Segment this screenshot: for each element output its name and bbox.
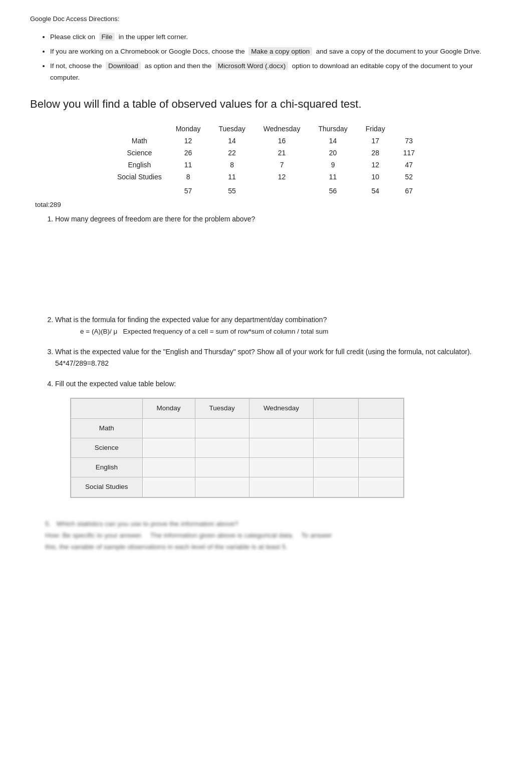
cell-science-rowtotal: 117 <box>394 147 424 159</box>
exp-ss-mon <box>142 477 195 497</box>
q5-line1: 5. Which statistics can you use to prove… <box>45 518 336 530</box>
cell-math-monday: 12 <box>167 135 210 147</box>
observed-table: Monday Tuesday Wednesday Thursday Friday… <box>108 123 424 197</box>
cell-math-wednesday: 16 <box>254 135 310 147</box>
table-row-math: Math 12 14 16 14 17 73 <box>108 135 424 147</box>
cell-english-rowtotal: 47 <box>394 159 424 171</box>
exp-col-friday <box>358 399 403 418</box>
question-5-blurred: 5. Which statistics can you use to prove… <box>45 518 336 553</box>
exp-col-tuesday: Tuesday <box>195 399 249 418</box>
intro-heading: Below you will find a table of observed … <box>30 98 502 111</box>
cell-ss-friday: 10 <box>357 171 394 183</box>
question-1: How many degrees of freedom are there fo… <box>55 213 502 305</box>
exp-sci-wed <box>249 438 313 457</box>
exp-col-blank <box>71 399 143 418</box>
question-2: What is the formula for finding the expe… <box>55 314 502 337</box>
direction-item-2: If you are working on a Chromebook or Go… <box>50 46 502 58</box>
exp-col-wednesday: Wednesday <box>249 399 313 418</box>
row-label-english: English <box>108 159 167 171</box>
exp-eng-wed <box>249 458 313 477</box>
totals-tuesday: 55 <box>210 183 254 197</box>
table-totals-row: 57 55 56 54 67 <box>108 183 424 197</box>
row-label-social-studies: Social Studies <box>108 171 167 183</box>
totals-thursday: 56 <box>309 183 356 197</box>
cell-ss-monday: 8 <box>167 171 210 183</box>
exp-math-fri <box>358 418 403 438</box>
option-to-text: option to <box>292 62 318 70</box>
exp-sci-mon <box>142 438 195 457</box>
totals-friday-col1: 54 <box>357 183 394 197</box>
make-copy-highlight: Make a copy option <box>248 47 312 56</box>
question-1-text: How many degrees of freedom are there fo… <box>55 215 255 223</box>
exp-row-science: Science <box>71 438 404 457</box>
expected-header-row: Monday Tuesday Wednesday <box>71 399 404 418</box>
totals-monday: 57 <box>167 183 210 197</box>
exp-sci-tue <box>195 438 249 457</box>
page-title: Google Doc Access Directions: <box>30 15 502 23</box>
totals-blank <box>108 183 167 197</box>
col-header-blank <box>108 123 167 135</box>
exp-sci-fri <box>358 438 403 457</box>
observed-table-header-row: Monday Tuesday Wednesday Thursday Friday <box>108 123 424 135</box>
exp-eng-tue <box>195 458 249 477</box>
question-2-answer: e = (A)(B)/ μ Expected frequency of a ce… <box>80 328 328 335</box>
exp-math-thu <box>313 418 358 438</box>
word-highlight: Microsoft Word (.docx) <box>215 62 289 70</box>
grand-total: total:289 <box>30 201 502 208</box>
totals-wednesday <box>254 183 310 197</box>
cell-math-friday: 17 <box>357 135 394 147</box>
exp-ss-tue <box>195 477 249 497</box>
col-header-wednesday: Wednesday <box>254 123 310 135</box>
cell-ss-rowtotal: 52 <box>394 171 424 183</box>
exp-eng-thu <box>313 458 358 477</box>
exp-row-social-studies: Social Studies <box>71 477 404 497</box>
question-3-text: What is the expected value for the "Engl… <box>55 348 473 367</box>
col-header-total <box>394 123 424 135</box>
q5-line2: How: Be specific to your answer. The inf… <box>45 530 336 553</box>
expected-table: Monday Tuesday Wednesday Math <box>71 398 404 497</box>
question-4-text: Fill out the expected value table below: <box>55 380 176 388</box>
download-highlight: Download <box>106 62 141 70</box>
exp-col-monday: Monday <box>142 399 195 418</box>
exp-eng-fri <box>358 458 403 477</box>
exp-row-english: English <box>71 458 404 477</box>
col-header-thursday: Thursday <box>309 123 356 135</box>
exp-ss-wed <box>249 477 313 497</box>
exp-col-thursday <box>313 399 358 418</box>
questions-list: How many degrees of freedom are there fo… <box>30 213 502 509</box>
col-header-monday: Monday <box>167 123 210 135</box>
direction-item-1: Please click on File in the upper left c… <box>50 32 502 43</box>
table-row-science: Science 26 22 21 20 28 117 <box>108 147 424 159</box>
col-header-tuesday: Tuesday <box>210 123 254 135</box>
answer-space-1 <box>55 225 502 305</box>
directions-list: Please click on File in the upper left c… <box>30 32 502 84</box>
cell-science-monday: 26 <box>167 147 210 159</box>
exp-row-math: Math <box>71 418 404 438</box>
cell-english-monday: 11 <box>167 159 210 171</box>
exp-label-english: English <box>71 458 143 477</box>
cell-english-friday: 12 <box>357 159 394 171</box>
row-label-science: Science <box>108 147 167 159</box>
cell-ss-thursday: 11 <box>309 171 356 183</box>
cell-science-wednesday: 21 <box>254 147 310 159</box>
exp-ss-fri <box>358 477 403 497</box>
cell-math-rowtotal: 73 <box>394 135 424 147</box>
direction-item-3: If not, choose the Download as option an… <box>50 61 502 84</box>
exp-math-tue <box>195 418 249 438</box>
cell-english-tuesday: 8 <box>210 159 254 171</box>
cell-math-thursday: 14 <box>309 135 356 147</box>
table-row-social-studies: Social Studies 8 11 12 11 10 52 <box>108 171 424 183</box>
cell-science-friday: 28 <box>357 147 394 159</box>
cell-ss-tuesday: 11 <box>210 171 254 183</box>
exp-label-science: Science <box>71 438 143 457</box>
exp-label-math: Math <box>71 418 143 438</box>
expected-table-wrapper: Monday Tuesday Wednesday Math <box>70 398 404 497</box>
cell-math-tuesday: 14 <box>210 135 254 147</box>
exp-label-ss: Social Studies <box>71 477 143 497</box>
exp-ss-thu <box>313 477 358 497</box>
cell-english-thursday: 9 <box>309 159 356 171</box>
col-header-friday: Friday <box>357 123 394 135</box>
file-highlight: File <box>99 33 115 41</box>
cell-science-tuesday: 22 <box>210 147 254 159</box>
cell-english-wednesday: 7 <box>254 159 310 171</box>
